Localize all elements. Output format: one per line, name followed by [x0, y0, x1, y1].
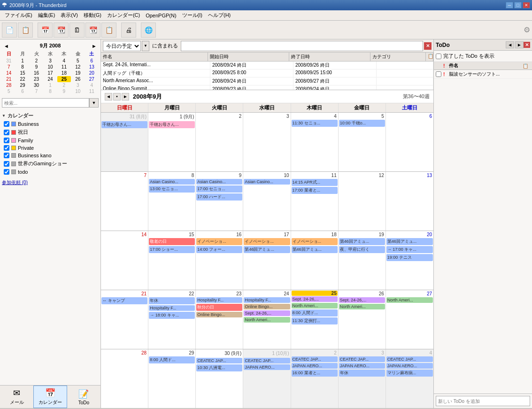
calendar-event[interactable]: 17:00 ハード... — [196, 193, 242, 201]
mini-cal-day[interactable]: 8 — [43, 88, 57, 94]
mini-cal-day[interactable]: 29 — [15, 82, 29, 88]
mini-cal-day[interactable]: 2 — [57, 82, 71, 88]
menu-item[interactable]: ヘルプ(H) — [205, 11, 233, 20]
calendar-event[interactable]: 第46回アミュ... — [244, 246, 290, 253]
print-button[interactable]: 🖨 — [121, 23, 136, 38]
mini-cal-day[interactable]: 28 — [2, 82, 15, 88]
todo-close-button[interactable]: ✕ — [524, 42, 530, 48]
calendar-checkbox[interactable] — [4, 121, 9, 127]
search-input[interactable] — [2, 98, 89, 108]
mini-cal-body[interactable]: 3112345678910111213141516171819202122232… — [2, 58, 99, 94]
calendar-day[interactable]: 31 (8月)千穂お母さん... — [101, 113, 148, 171]
mini-cal-day[interactable]: 5 — [2, 88, 15, 94]
calendar-event[interactable]: Asian Casino... — [196, 179, 242, 185]
mini-cal-day[interactable]: 13 — [85, 64, 99, 70]
mini-cal-day[interactable]: 16 — [30, 70, 43, 76]
todo-show-completed-checkbox[interactable] — [436, 54, 441, 59]
mini-cal-day[interactable]: 11 — [85, 88, 99, 94]
calendar-event[interactable]: North Ameri... — [339, 304, 385, 309]
calendar-day[interactable]: 21↔ キャンプ — [101, 290, 148, 349]
calendar-day[interactable]: 3CEATEC JAP...JAPAN AERO...年休 — [339, 349, 386, 408]
calendar-event[interactable]: Sept. 24-26,... — [292, 296, 338, 302]
calendar-event[interactable]: 16:00 業者と... — [292, 370, 338, 377]
mini-cal-day[interactable]: 18 — [57, 70, 71, 76]
mini-cal-day[interactable]: 9 — [57, 88, 71, 94]
calendar-item[interactable]: todo — [2, 168, 99, 176]
menu-item[interactable]: 移動(G) — [81, 11, 104, 20]
mini-cal-day[interactable]: 1 — [43, 82, 57, 88]
calendar-event[interactable]: Sept. 24-26,... — [244, 310, 290, 316]
calendar-event[interactable]: Online Bingo... — [196, 312, 242, 317]
close-button[interactable]: ✕ — [523, 2, 530, 8]
calendar-event[interactable]: マリン麻布病... — [386, 370, 433, 377]
calendar-item[interactable]: 世界のGamingショー — [2, 159, 99, 168]
calendar-event[interactable]: ↔ キャンプ — [101, 297, 147, 304]
calendar-event[interactable]: CEATEC JAP... — [196, 358, 242, 363]
calendar-day[interactable]: 22年休Hospitality F...→ 18:00 キャ... — [148, 290, 196, 349]
calendar-day[interactable]: 1 (9月)千穂お母さん... — [148, 113, 196, 171]
mini-cal-day[interactable]: 23 — [30, 76, 43, 82]
calendar-day[interactable]: 411:30 セニョ... — [291, 113, 339, 171]
mini-cal-day[interactable]: 12 — [71, 64, 85, 70]
calendar-day[interactable]: 4CEATEC JAP...JAPAN AERO...マリン麻布病... — [386, 349, 433, 408]
mini-cal-prev[interactable]: ◄ — [4, 43, 9, 49]
mini-cal-day[interactable]: 20 — [85, 70, 99, 76]
calendar-event[interactable]: 11:30 定例打... — [292, 317, 338, 324]
calendar-day[interactable]: 13 — [386, 172, 433, 231]
calendar-day[interactable]: 26Sept. 24-26,...North Ameri... — [339, 290, 386, 349]
network-button[interactable]: 🌐 — [141, 23, 156, 38]
multiweek-view-button[interactable]: 🗓 — [69, 23, 85, 38]
mini-cal-day[interactable]: 7 — [30, 88, 43, 94]
calendar-item[interactable]: Business — [2, 120, 99, 128]
calendar-section-header[interactable]: ▼ カレンダー — [2, 111, 99, 120]
calendar-event[interactable]: 8:00 人間ド... — [149, 356, 195, 363]
calendar-checkbox[interactable] — [4, 153, 9, 158]
mini-cal-day[interactable]: 5 — [71, 58, 85, 64]
mini-cal-day[interactable]: 27 — [85, 76, 99, 82]
calendar-day[interactable]: 17イノベーショ...第46回アミュ... — [243, 231, 291, 290]
calendar-event[interactable]: 17:00 セニョ... — [196, 185, 242, 193]
event-list-row[interactable]: 人間ドッグ（千穂） 2008/09/25 8:00 2008/09/25 15:… — [101, 69, 433, 77]
menu-item[interactable]: カレンダー(C) — [104, 11, 143, 20]
calendar-day[interactable]: 14 — [101, 231, 148, 290]
calendar-day[interactable]: 2CEATEC JAP...JAPAN AERO...16:00 業者と... — [291, 349, 339, 408]
calendar-event[interactable]: North Ameri... — [244, 317, 290, 323]
calendar-event[interactable]: イノベーショ... — [244, 238, 290, 245]
todo-nav-button[interactable]: 📝 ToDo — [67, 386, 100, 408]
calendar-event[interactable]: → 18:00 キャ... — [149, 312, 195, 319]
todo-add-input[interactable] — [436, 396, 530, 406]
minimize-button[interactable]: ─ — [506, 2, 513, 8]
calendar-checkbox[interactable] — [4, 169, 9, 175]
calendar-event[interactable]: 14:15 APR式... — [292, 179, 338, 186]
mini-cal-day[interactable]: 10 — [71, 88, 85, 94]
calendar-event[interactable]: 14:00 フォー... — [196, 246, 242, 253]
calendar-event[interactable]: Sept. 24-26,... — [339, 297, 385, 303]
calendar-event[interactable]: 17:00 ショー... — [149, 246, 195, 253]
calendar-day[interactable]: 15敬老の日17:00 ショー... — [148, 231, 196, 290]
mini-cal-day[interactable]: 3 — [71, 82, 85, 88]
calendar-item[interactable]: 祝日 — [2, 128, 99, 137]
calendar-day[interactable]: 8Asian Casino...13:00 セニョ... — [148, 172, 196, 231]
month-view-button[interactable]: 📆 — [85, 23, 100, 38]
calendar-event[interactable]: JAPAN AERO... — [244, 364, 290, 370]
calendar-event[interactable]: 年休 — [149, 297, 195, 304]
mail-nav-button[interactable]: ✉ メール — [0, 386, 33, 408]
calendar-day[interactable]: 298:00 人間ド... — [148, 349, 196, 408]
calendar-event[interactable]: 夜、甲府に行く — [339, 246, 385, 253]
search-button[interactable]: ▼ — [89, 98, 99, 108]
calendar-event[interactable]: CEATEC JAP... — [244, 358, 290, 363]
calendar-day[interactable]: 23Hospitality F...秋分の日Online Bingo... — [196, 290, 243, 349]
mini-cal-day[interactable]: 6 — [85, 58, 99, 64]
calendar-event[interactable]: CEATEC JAP... — [386, 356, 433, 362]
calendar-day[interactable]: 16イノベーショ...14:00 フォー... — [196, 231, 243, 290]
calendar-event[interactable]: CEATEC JAP... — [339, 356, 385, 362]
calendar-event[interactable]: Asian Casino... — [149, 179, 195, 185]
calendar-event[interactable]: 敬老の日 — [149, 238, 195, 245]
mini-cal-next[interactable]: ► — [92, 43, 97, 49]
filter-dropdown-button[interactable]: ▼ — [142, 41, 149, 51]
mini-cal-day[interactable]: 10 — [43, 64, 57, 70]
menu-item[interactable]: ツール(I) — [179, 11, 205, 20]
calendar-day[interactable]: 1 (10月)CEATEC JAP...JAPAN AERO... — [243, 349, 291, 408]
mini-cal-day[interactable]: 8 — [15, 64, 29, 70]
mini-cal-day[interactable]: 30 — [30, 82, 43, 88]
